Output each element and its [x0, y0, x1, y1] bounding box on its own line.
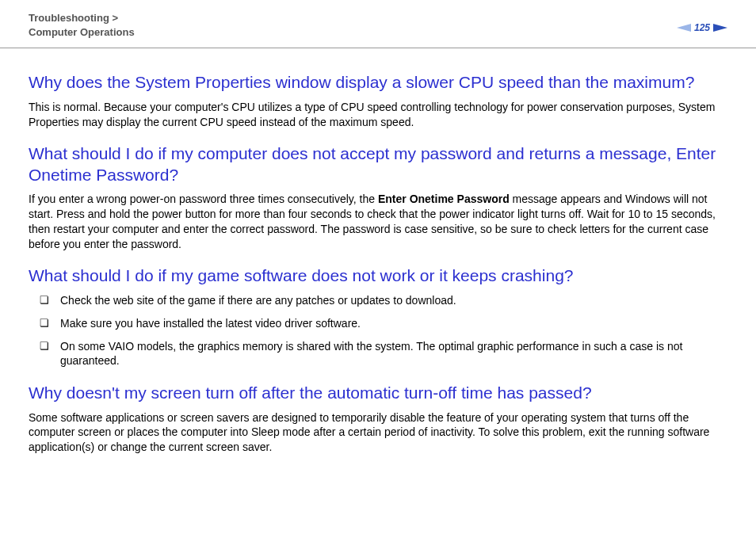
page-navigation: 125 [677, 21, 727, 35]
page-number: 125 [694, 22, 710, 33]
answer-body-2: If you enter a wrong power-on password t… [29, 192, 727, 252]
answer-list-3: Check the web site of the game if there … [29, 293, 727, 369]
list-item: Check the web site of the game if there … [46, 293, 727, 308]
answer-2-part-a: If you enter a wrong power-on password t… [29, 193, 378, 205]
prev-page-icon[interactable] [677, 21, 691, 35]
question-heading-3: What should I do if my game software doe… [29, 265, 727, 286]
list-item: Make sure you have installed the latest … [46, 316, 727, 331]
answer-2-bold: Enter Onetime Password [378, 193, 510, 205]
svg-marker-1 [713, 24, 727, 32]
answer-body-1: This is normal. Because your computer's … [29, 100, 727, 130]
question-heading-1: Why does the System Properties window di… [29, 72, 727, 93]
page-content: Why does the System Properties window di… [0, 48, 756, 474]
breadcrumb-line1: Troubleshooting > [29, 12, 118, 24]
question-heading-2: What should I do if my computer does not… [29, 143, 727, 185]
breadcrumb-line2: Computer Operations [29, 26, 135, 38]
svg-marker-0 [677, 24, 691, 32]
next-page-icon[interactable] [713, 21, 727, 35]
answer-body-4: Some software applications or screen sav… [29, 410, 727, 456]
question-heading-4: Why doesn't my screen turn off after the… [29, 383, 727, 403]
page-header: Troubleshooting > Computer Operations 12… [0, 0, 756, 48]
breadcrumb: Troubleshooting > Computer Operations [29, 11, 135, 40]
list-item: On some VAIO models, the graphics memory… [46, 339, 727, 369]
